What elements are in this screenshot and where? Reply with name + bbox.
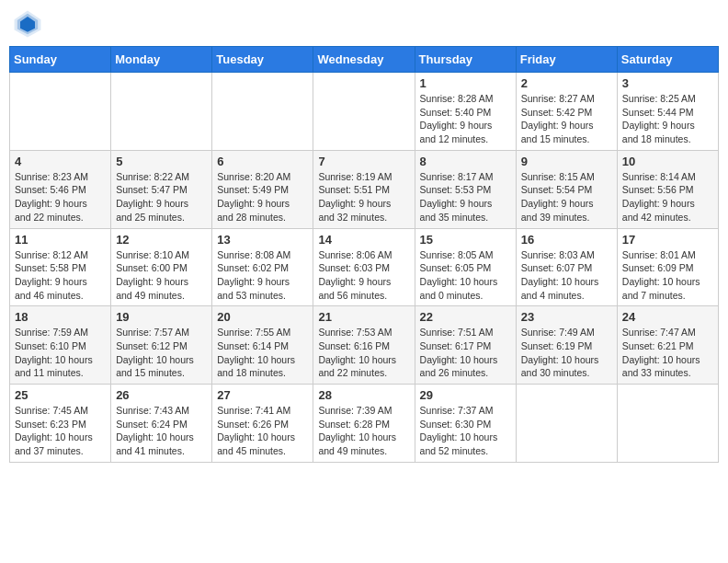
day-cell <box>617 385 718 463</box>
day-info: Sunrise: 7:41 AM Sunset: 6:26 PM Dayligh… <box>217 404 308 458</box>
day-cell: 11Sunrise: 8:12 AM Sunset: 5:58 PM Dayli… <box>10 228 111 306</box>
day-cell: 7Sunrise: 8:19 AM Sunset: 5:51 PM Daylig… <box>313 150 415 228</box>
day-info: Sunrise: 7:37 AM Sunset: 6:30 PM Dayligh… <box>420 404 511 458</box>
day-info: Sunrise: 8:27 AM Sunset: 5:42 PM Dayligh… <box>521 92 612 146</box>
day-number: 17 <box>622 233 713 247</box>
day-cell: 9Sunrise: 8:15 AM Sunset: 5:54 PM Daylig… <box>516 150 617 228</box>
day-cell <box>111 73 212 151</box>
day-number: 28 <box>318 388 409 402</box>
day-number: 2 <box>521 76 612 90</box>
day-info: Sunrise: 7:39 AM Sunset: 6:28 PM Dayligh… <box>318 404 409 458</box>
day-number: 4 <box>15 155 106 168</box>
day-cell: 16Sunrise: 8:03 AM Sunset: 6:07 PM Dayli… <box>516 228 617 306</box>
day-info: Sunrise: 8:19 AM Sunset: 5:51 PM Dayligh… <box>318 170 409 224</box>
day-cell: 5Sunrise: 8:22 AM Sunset: 5:47 PM Daylig… <box>111 150 212 228</box>
day-number: 11 <box>15 233 106 247</box>
header-friday: Friday <box>516 47 617 73</box>
day-number: 3 <box>622 76 713 90</box>
day-info: Sunrise: 8:20 AM Sunset: 5:49 PM Dayligh… <box>217 170 308 224</box>
day-number: 29 <box>420 388 511 402</box>
day-cell <box>212 73 313 151</box>
header-sunday: Sunday <box>10 47 111 73</box>
day-number: 14 <box>318 233 409 247</box>
day-number: 23 <box>521 310 612 324</box>
day-info: Sunrise: 8:25 AM Sunset: 5:44 PM Dayligh… <box>622 92 713 146</box>
day-number: 18 <box>15 310 106 324</box>
day-info: Sunrise: 8:22 AM Sunset: 5:47 PM Dayligh… <box>116 170 207 224</box>
day-info: Sunrise: 7:57 AM Sunset: 6:12 PM Dayligh… <box>116 326 207 380</box>
week-row-5: 25Sunrise: 7:45 AM Sunset: 6:23 PM Dayli… <box>10 385 719 463</box>
day-number: 6 <box>217 155 308 168</box>
day-number: 10 <box>622 155 713 168</box>
header-monday: Monday <box>111 47 212 73</box>
day-info: Sunrise: 7:51 AM Sunset: 6:17 PM Dayligh… <box>420 326 511 380</box>
day-number: 1 <box>420 76 511 90</box>
day-cell: 27Sunrise: 7:41 AM Sunset: 6:26 PM Dayli… <box>212 385 313 463</box>
day-cell: 24Sunrise: 7:47 AM Sunset: 6:21 PM Dayli… <box>617 306 718 385</box>
day-cell: 17Sunrise: 8:01 AM Sunset: 6:09 PM Dayli… <box>617 228 718 306</box>
day-cell: 10Sunrise: 8:14 AM Sunset: 5:56 PM Dayli… <box>617 150 718 228</box>
day-info: Sunrise: 7:55 AM Sunset: 6:14 PM Dayligh… <box>217 326 308 380</box>
day-cell: 21Sunrise: 7:53 AM Sunset: 6:16 PM Dayli… <box>313 306 415 385</box>
day-cell: 12Sunrise: 8:10 AM Sunset: 6:00 PM Dayli… <box>111 228 212 306</box>
page-header <box>9 9 719 39</box>
day-cell: 15Sunrise: 8:05 AM Sunset: 6:05 PM Dayli… <box>415 228 516 306</box>
day-cell: 8Sunrise: 8:17 AM Sunset: 5:53 PM Daylig… <box>415 150 516 228</box>
day-info: Sunrise: 8:10 AM Sunset: 6:00 PM Dayligh… <box>116 248 207 303</box>
day-info: Sunrise: 7:53 AM Sunset: 6:16 PM Dayligh… <box>318 326 409 380</box>
day-cell: 23Sunrise: 7:49 AM Sunset: 6:19 PM Dayli… <box>516 306 617 385</box>
day-info: Sunrise: 7:59 AM Sunset: 6:10 PM Dayligh… <box>15 326 106 380</box>
day-cell: 25Sunrise: 7:45 AM Sunset: 6:23 PM Dayli… <box>10 385 111 463</box>
day-info: Sunrise: 8:17 AM Sunset: 5:53 PM Dayligh… <box>420 170 511 224</box>
day-cell: 29Sunrise: 7:37 AM Sunset: 6:30 PM Dayli… <box>415 385 516 463</box>
day-number: 16 <box>521 233 612 247</box>
day-info: Sunrise: 8:15 AM Sunset: 5:54 PM Dayligh… <box>521 170 612 224</box>
day-cell: 19Sunrise: 7:57 AM Sunset: 6:12 PM Dayli… <box>111 306 212 385</box>
day-info: Sunrise: 8:08 AM Sunset: 6:02 PM Dayligh… <box>217 248 308 303</box>
day-number: 22 <box>420 310 511 324</box>
header-saturday: Saturday <box>617 47 718 73</box>
calendar-header-row: SundayMondayTuesdayWednesdayThursdayFrid… <box>10 47 719 73</box>
week-row-3: 11Sunrise: 8:12 AM Sunset: 5:58 PM Dayli… <box>10 228 719 306</box>
day-info: Sunrise: 8:12 AM Sunset: 5:58 PM Dayligh… <box>15 248 106 303</box>
day-cell: 13Sunrise: 8:08 AM Sunset: 6:02 PM Dayli… <box>212 228 313 306</box>
day-number: 15 <box>420 233 511 247</box>
day-number: 13 <box>217 233 308 247</box>
day-cell: 2Sunrise: 8:27 AM Sunset: 5:42 PM Daylig… <box>516 73 617 151</box>
week-row-1: 1Sunrise: 8:28 AM Sunset: 5:40 PM Daylig… <box>10 73 719 151</box>
day-info: Sunrise: 8:03 AM Sunset: 6:07 PM Dayligh… <box>521 248 612 303</box>
day-info: Sunrise: 7:47 AM Sunset: 6:21 PM Dayligh… <box>622 326 713 380</box>
day-number: 24 <box>622 310 713 324</box>
day-cell <box>313 73 415 151</box>
day-info: Sunrise: 7:43 AM Sunset: 6:24 PM Dayligh… <box>116 404 207 458</box>
day-number: 12 <box>116 233 207 247</box>
week-row-2: 4Sunrise: 8:23 AM Sunset: 5:46 PM Daylig… <box>10 150 719 228</box>
day-cell <box>10 73 111 151</box>
day-cell: 6Sunrise: 8:20 AM Sunset: 5:49 PM Daylig… <box>212 150 313 228</box>
day-number: 27 <box>217 388 308 402</box>
day-number: 20 <box>217 310 308 324</box>
day-number: 7 <box>318 155 409 168</box>
header-tuesday: Tuesday <box>212 47 313 73</box>
day-cell: 20Sunrise: 7:55 AM Sunset: 6:14 PM Dayli… <box>212 306 313 385</box>
day-cell: 22Sunrise: 7:51 AM Sunset: 6:17 PM Dayli… <box>415 306 516 385</box>
day-number: 5 <box>116 155 207 168</box>
day-cell: 18Sunrise: 7:59 AM Sunset: 6:10 PM Dayli… <box>10 306 111 385</box>
day-cell: 4Sunrise: 8:23 AM Sunset: 5:46 PM Daylig… <box>10 150 111 228</box>
day-info: Sunrise: 7:49 AM Sunset: 6:19 PM Dayligh… <box>521 326 612 380</box>
day-cell: 3Sunrise: 8:25 AM Sunset: 5:44 PM Daylig… <box>617 73 718 151</box>
logo-icon <box>13 9 42 39</box>
day-info: Sunrise: 7:45 AM Sunset: 6:23 PM Dayligh… <box>15 404 106 458</box>
day-number: 19 <box>116 310 207 324</box>
day-info: Sunrise: 8:28 AM Sunset: 5:40 PM Dayligh… <box>420 92 511 146</box>
day-cell: 28Sunrise: 7:39 AM Sunset: 6:28 PM Dayli… <box>313 385 415 463</box>
day-cell <box>516 385 617 463</box>
header-wednesday: Wednesday <box>313 47 415 73</box>
day-number: 9 <box>521 155 612 168</box>
calendar-table: SundayMondayTuesdayWednesdayThursdayFrid… <box>9 46 719 463</box>
day-number: 8 <box>420 155 511 168</box>
day-info: Sunrise: 8:06 AM Sunset: 6:03 PM Dayligh… <box>318 248 409 303</box>
day-info: Sunrise: 8:23 AM Sunset: 5:46 PM Dayligh… <box>15 170 106 224</box>
logo <box>13 9 46 39</box>
day-number: 26 <box>116 388 207 402</box>
